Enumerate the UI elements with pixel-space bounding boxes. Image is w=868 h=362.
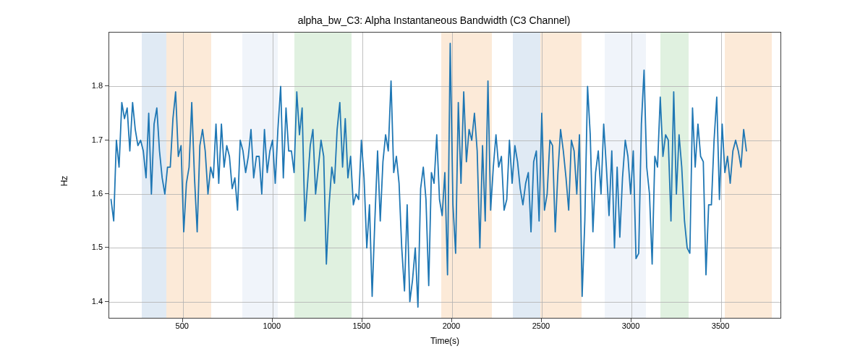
x-tick-label: 500: [176, 321, 189, 330]
y-tick-label: 1.4: [92, 297, 103, 306]
y-tick-mark: [105, 193, 109, 194]
y-tick-label: 1.8: [92, 81, 103, 90]
y-tick-label: 1.7: [92, 135, 103, 144]
x-tick-label: 1500: [353, 321, 370, 330]
x-axis-label: Time(s): [109, 336, 781, 346]
x-tick-label: 2500: [532, 321, 550, 330]
line-series: [109, 33, 780, 318]
y-tick-mark: [105, 247, 109, 248]
y-axis-label: Hz: [59, 176, 69, 187]
y-tick-label: 1.5: [92, 243, 103, 251]
y-tick-label: 1.6: [92, 189, 103, 198]
chart-title: alpha_bw_C3: Alpha Instantaneous Bandwid…: [0, 14, 868, 26]
y-tick-mark: [105, 140, 109, 140]
chart-figure: alpha_bw_C3: Alpha Instantaneous Bandwid…: [0, 0, 868, 362]
x-tick-label: 3000: [622, 321, 639, 330]
y-tick-mark: [105, 85, 109, 86]
x-tick-label: 3500: [712, 321, 729, 330]
y-tick-mark: [105, 301, 109, 302]
x-tick-label: 2000: [443, 321, 460, 330]
x-tick-label: 1000: [263, 321, 281, 330]
plot-area: [109, 32, 781, 319]
